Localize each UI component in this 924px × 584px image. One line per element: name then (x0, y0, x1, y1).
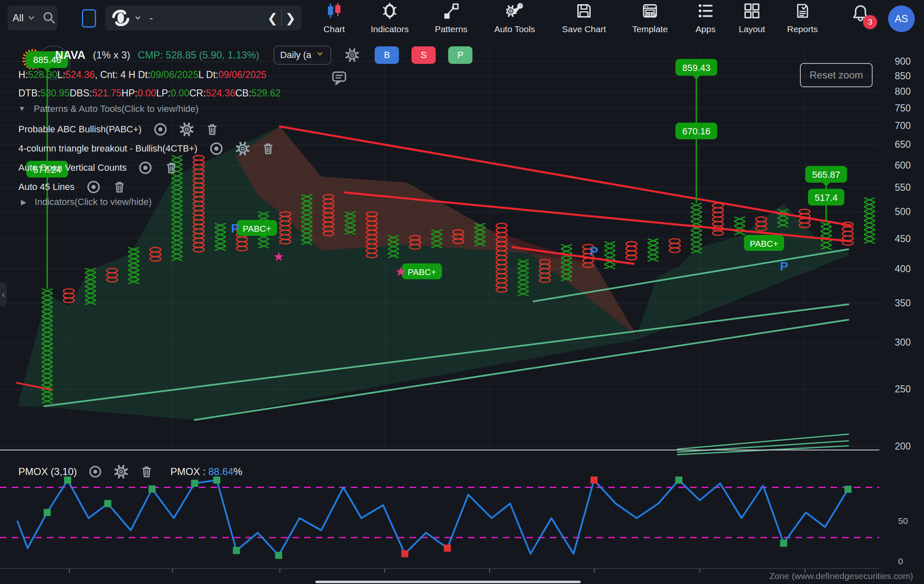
svg-text:670.16: 670.16 (682, 126, 710, 137)
svg-text:900: 900 (895, 56, 911, 67)
pattern-row: 4-column triangle breakout - Bullish(4CT… (18, 141, 275, 157)
eye-icon[interactable] (137, 160, 153, 176)
stats-line-1: H: 528.30 L: 524.36, Cnt: 4 H Dt: 09/06/… (18, 69, 267, 81)
search-icon[interactable] (42, 11, 56, 25)
svg-text:250: 250 (895, 384, 911, 394)
avatar[interactable]: AS (888, 5, 915, 32)
toolbar-item-label: Reports (787, 24, 818, 34)
apps-icon (697, 3, 714, 21)
eye-icon[interactable] (86, 179, 102, 195)
stat-segment: 09/06/2025 (218, 69, 267, 81)
chevron-down-icon (315, 49, 325, 61)
patterns-icon (443, 3, 459, 21)
trash-icon[interactable] (261, 142, 275, 156)
triangle-right-icon: ▶ (21, 198, 26, 207)
patterns-section-header[interactable]: ▼ Patterns & Auto Tools(Click to view/hi… (18, 104, 198, 114)
pattern-label: 4-column triangle breakout - Bullish(4CT… (18, 143, 198, 154)
indicators-section-header[interactable]: ▶ Indicators(Click to view/hide) (18, 197, 152, 207)
svg-text:300: 300 (895, 337, 911, 348)
svg-text:700: 700 (895, 120, 911, 131)
toolbar-item-label: Auto Tools (494, 24, 535, 34)
toolbar-item-label: Layout (739, 24, 765, 34)
toolbar-item-save-chart[interactable]: Save Chart (553, 3, 615, 34)
toolbar-item-chart[interactable]: Chart (303, 3, 366, 34)
symbol-search-group[interactable]: - ❮ ❯ (105, 5, 302, 30)
toolbar-item-indicators[interactable]: Indicators (358, 3, 421, 34)
gear-icon[interactable] (235, 141, 250, 156)
gear-icon[interactable] (179, 122, 194, 137)
timeframe-dropdown[interactable]: Daily (a (274, 46, 332, 65)
svg-text:517.4: 517.4 (815, 192, 838, 203)
trash-icon[interactable] (112, 180, 127, 194)
gear-icon[interactable] (114, 464, 129, 479)
notifications-button[interactable]: 3 (844, 3, 877, 37)
svg-text:600: 600 (895, 160, 911, 171)
comment-icon[interactable] (331, 69, 348, 86)
symbol-search-input[interactable]: - (150, 12, 153, 24)
toolbar-item-template[interactable]: Template (619, 3, 681, 34)
gear-icon[interactable] (345, 48, 360, 63)
reset-zoom-button[interactable]: Reset zoom (800, 63, 873, 87)
watermark: Zone (www.definedgesecurities.com) (769, 571, 913, 581)
toolbar-item-auto-tools[interactable]: Auto Tools (483, 3, 546, 34)
toolbar-item-label: Patterns (435, 24, 467, 34)
p-button[interactable]: P (448, 46, 472, 64)
svg-text:PABC+: PABC+ (243, 224, 271, 233)
symbol-name: NAVA (55, 49, 86, 62)
pattern-row: Auto 45 Lines (18, 179, 127, 195)
svg-text:750: 750 (895, 103, 911, 114)
svg-text:800: 800 (895, 86, 911, 97)
pmox-value-number: 88.64 (208, 466, 234, 477)
pmox-name: PMOX (3,10) (18, 466, 77, 478)
sell-button[interactable]: S (411, 46, 436, 64)
indicators-header-label: Indicators(Click to view/hide) (35, 197, 152, 207)
toolbar-item-label: Save Chart (562, 24, 606, 34)
svg-text:★: ★ (273, 250, 284, 263)
box-spec: (1% x 3) (93, 49, 130, 61)
toolbar-item-reports[interactable]: Reports (771, 3, 834, 34)
chevron-down-icon[interactable] (134, 14, 142, 22)
stat-segment: 524.36 (66, 69, 95, 81)
trash-icon[interactable] (164, 161, 178, 175)
svg-text:PABC+: PABC+ (408, 267, 436, 277)
trash-icon[interactable] (205, 122, 219, 137)
stat-segment: L Dt: (198, 69, 218, 81)
stats-line-2: DTB: 530.95 DBS: 521.75 HP: 0.00 LP: 0.0… (18, 88, 281, 99)
svg-text:200: 200 (895, 441, 911, 452)
svg-text:650: 650 (895, 139, 911, 150)
horizontal-scrollbar[interactable] (315, 581, 581, 583)
reports-icon (794, 3, 811, 21)
stat-segment: 0.00 (137, 88, 156, 99)
stat-segment: DTB: (18, 88, 40, 99)
next-symbol-button[interactable]: ❯ (285, 11, 296, 25)
toolbar-item-label: Chart (323, 24, 345, 34)
stat-segment: 530.95 (40, 88, 69, 99)
trash-icon[interactable] (140, 465, 154, 479)
svg-text:0: 0 (898, 556, 903, 566)
stat-segment: 09/06/2025 (150, 69, 198, 81)
eye-icon[interactable] (152, 121, 168, 137)
pmox-value: PMOX : 88.64% (170, 466, 242, 478)
pattern-row: Auto Open Vertical Counts (18, 160, 178, 176)
sidebar-collapse-handle[interactable]: ‹ (0, 282, 7, 306)
pmox-value-suffix: % (234, 466, 242, 477)
watchlist-filter-dropdown[interactable]: All (13, 12, 24, 24)
prev-symbol-button[interactable]: ❮ (267, 11, 278, 25)
quick-toggle-box[interactable] (82, 9, 96, 28)
eye-icon[interactable] (88, 464, 103, 479)
svg-text:P: P (780, 259, 788, 273)
divider (281, 10, 282, 26)
triangle-down-icon: ▼ (18, 105, 25, 113)
svg-text:P: P (231, 221, 239, 235)
exchange-logo-icon[interactable] (111, 8, 130, 28)
svg-text:PABC+: PABC+ (750, 239, 778, 248)
svg-text:450: 450 (895, 233, 911, 244)
svg-text:50: 50 (898, 516, 908, 526)
svg-text:850: 850 (895, 71, 911, 81)
svg-text:550: 550 (895, 182, 911, 193)
pattern-row: Probable ABC Bullish(PABC+) (18, 121, 219, 137)
buy-button[interactable]: B (375, 46, 399, 64)
toolbar-item-patterns[interactable]: Patterns (420, 3, 482, 34)
eye-icon[interactable] (208, 141, 224, 157)
chevron-down-icon[interactable] (26, 13, 36, 23)
